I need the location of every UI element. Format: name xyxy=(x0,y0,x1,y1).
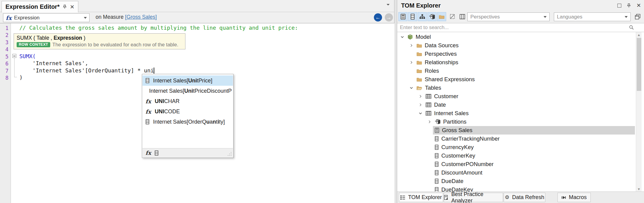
maximize-icon[interactable] xyxy=(617,4,621,8)
tree-item-shared-expressions[interactable]: Shared Expressions xyxy=(397,75,644,84)
tree-item-label: CustomerPONumber xyxy=(441,161,494,168)
column-view-toggle[interactable] xyxy=(458,12,467,21)
show-measures-toggle[interactable] xyxy=(398,12,407,21)
show-folders-toggle[interactable] xyxy=(437,12,446,21)
tree-item-gross-sales[interactable]: Gross Sales xyxy=(397,126,644,135)
pin-icon[interactable] xyxy=(627,3,631,8)
column-filter-icon[interactable] xyxy=(155,150,159,156)
tree-item-discountamount[interactable]: DiscountAmount xyxy=(397,168,644,177)
scroll-up-icon[interactable]: ▲ xyxy=(636,32,642,37)
forward-button[interactable]: → xyxy=(385,13,393,22)
tree-item-label: CustomerKey xyxy=(441,152,475,159)
expression-editor-tab[interactable]: Expression Editor* ✕ xyxy=(2,1,78,12)
show-hierarchies-toggle[interactable] xyxy=(418,12,427,21)
intellisense-item[interactable]: fx UNICHAR xyxy=(142,96,233,106)
document-tabstrip: Expression Editor* ✕ xyxy=(0,0,394,12)
tree-item-customerponumber[interactable]: CustomerPONumber xyxy=(397,160,644,168)
languages-dropdown[interactable]: Languages xyxy=(554,12,631,21)
tree-item-partitions[interactable]: Partitions xyxy=(397,118,644,126)
tab-tom-explorer[interactable]: TOM Explorer xyxy=(399,193,443,202)
fold-collapse-icon[interactable] xyxy=(12,54,16,58)
pin-icon[interactable] xyxy=(63,5,67,9)
tab-data-refresh[interactable]: ⚙ Data Refresh xyxy=(504,193,545,202)
tab-label: TOM Explorer xyxy=(408,194,442,201)
search-bar xyxy=(397,23,644,32)
intellisense-item[interactable]: Internet Sales[OrderQuantity] xyxy=(142,117,233,127)
line-number: 2 xyxy=(1,32,8,38)
chevron-right-icon[interactable] xyxy=(418,103,423,107)
panel-title: TOM Explorer xyxy=(401,2,441,9)
tab-label: Data Refresh xyxy=(512,194,544,201)
tree-item-label: Shared Expressions xyxy=(425,76,475,83)
tree-item-roles[interactable]: Roles xyxy=(397,67,644,75)
intellisense-filter-bar: fx xyxy=(142,148,233,157)
close-icon[interactable]: ✕ xyxy=(70,4,74,10)
scroll-down-icon[interactable]: ▼ xyxy=(636,186,642,191)
tree-item-label: Tables xyxy=(425,85,441,91)
chevron-right-icon[interactable] xyxy=(409,61,414,64)
tree-item-duedate[interactable]: DueDate xyxy=(397,177,644,185)
dax-code-editor[interactable]: 1 2 3 4 5 6 7 8 // Calculates the gross … xyxy=(0,23,394,203)
chevron-right-icon[interactable] xyxy=(418,95,423,98)
line-number: 6 xyxy=(1,61,8,67)
tree-item-relationships[interactable]: Relationships xyxy=(397,58,644,67)
tree-item-data-sources[interactable]: Data Sources xyxy=(397,41,644,50)
folder-icon xyxy=(417,69,422,73)
tom-explorer-toolbar: Perspectives Languages xyxy=(397,11,644,23)
search-input[interactable] xyxy=(397,23,627,32)
tree-list-icon xyxy=(400,195,405,200)
tree-item-model[interactable]: Model xyxy=(397,33,644,41)
column-icon xyxy=(435,170,439,175)
tree-scrollbar[interactable]: ▲ ▼ xyxy=(636,32,642,191)
measure-icon xyxy=(435,128,439,133)
expression-editor-panel: Expression Editor* ✕ fx Expression on Me… xyxy=(0,0,394,203)
intellisense-item[interactable]: fx UNICODE xyxy=(142,106,233,117)
tree-item-label: Relationships xyxy=(425,59,458,66)
chevron-right-icon[interactable] xyxy=(409,44,414,47)
search-icon[interactable] xyxy=(629,25,634,30)
back-button[interactable]: ← xyxy=(374,13,382,22)
show-partitions-toggle[interactable] xyxy=(427,12,436,21)
show-hidden-toggle[interactable] xyxy=(448,12,457,21)
line-number: 4 xyxy=(1,46,8,52)
scrollbar-thumb[interactable] xyxy=(637,38,641,91)
code-line-1: // Calculates the gross sales amount by … xyxy=(19,25,298,31)
tree-item-internet-sales[interactable]: Internet Sales xyxy=(397,109,644,118)
chevron-down-icon[interactable] xyxy=(400,35,404,39)
stacked-windows-icon xyxy=(635,14,641,20)
expression-property-label: Expression xyxy=(14,15,81,21)
tree-item-date[interactable]: Date xyxy=(397,101,644,109)
tab-best-practice-analyzer[interactable]: Best Practice Analyzer xyxy=(444,193,503,202)
chevron-down-icon[interactable] xyxy=(418,111,423,115)
function-icon: fx xyxy=(145,98,151,105)
column-icon xyxy=(435,187,439,191)
tree-item-customer[interactable]: Customer xyxy=(397,92,644,101)
tree-item-label: DueDate xyxy=(441,178,463,185)
tab-macros[interactable]: Macros xyxy=(557,193,591,202)
line-number: 3 xyxy=(1,39,8,45)
chevron-right-icon[interactable] xyxy=(427,120,432,124)
tree-item-label: Data Sources xyxy=(425,42,459,49)
close-icon[interactable]: ✕ xyxy=(636,3,641,8)
tabular-editor-window: Expression Editor* ✕ fx Expression on Me… xyxy=(0,0,644,203)
intellisense-item[interactable]: Internet Sales[UnitPrice] xyxy=(142,75,233,86)
tree-item-label: Gross Sales xyxy=(442,127,472,134)
expression-property-dropdown[interactable]: fx Expression xyxy=(3,13,90,22)
tree-item-perspectives[interactable]: Perspectives xyxy=(397,50,644,58)
intellisense-item[interactable]: Internet Sales[UnitPriceDiscountP xyxy=(142,86,233,96)
tree-item-customerkey[interactable]: CustomerKey xyxy=(397,151,644,160)
tree-item-currencykey[interactable]: CurrencyKey xyxy=(397,143,644,151)
resize-grip[interactable] xyxy=(228,152,231,156)
tree-item-tables[interactable]: Tables xyxy=(397,84,644,92)
perspectives-dropdown[interactable]: Perspectives xyxy=(467,12,550,21)
tree-item-carriertrackingnumber[interactable]: CarrierTrackingNumber xyxy=(397,135,644,143)
switch-windows-button[interactable] xyxy=(633,12,642,21)
chevron-down-icon xyxy=(625,16,628,18)
function-filter-icon[interactable]: fx xyxy=(145,150,151,156)
show-columns-toggle[interactable] xyxy=(408,12,417,21)
gross-sales-link[interactable]: [Gross Sales] xyxy=(125,14,157,20)
chevron-down-icon[interactable] xyxy=(409,86,414,90)
panel-menu-chevron-down-icon[interactable] xyxy=(386,4,390,6)
table-icon xyxy=(426,111,431,116)
tree-item-duedatekey[interactable]: DueDateKey xyxy=(397,185,644,191)
